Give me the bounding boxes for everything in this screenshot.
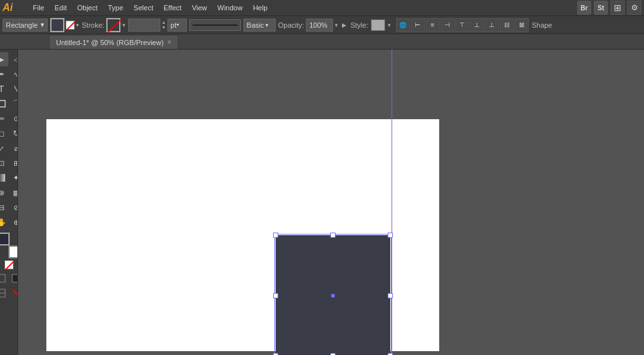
stroke-weight-stepper[interactable]: ▲ ▼ xyxy=(162,20,166,30)
navigation-tools: ✋ ⊕ xyxy=(0,215,18,229)
globe-icon[interactable]: 🌐 xyxy=(396,18,410,32)
cut-icon[interactable] xyxy=(9,286,18,300)
align-right-icon[interactable]: ⊣ xyxy=(440,18,455,32)
shape-builder-tool[interactable]: ⊞ xyxy=(9,156,18,170)
stroke-weight: ▲ ▼ pt ▾ xyxy=(128,19,187,32)
screen-modes xyxy=(0,271,18,285)
tab-close-btn[interactable]: × xyxy=(167,39,171,46)
stroke-chevron[interactable]: ▾ xyxy=(122,22,126,28)
menu-object[interactable]: Object xyxy=(73,3,102,13)
rectangle-tool[interactable] xyxy=(0,97,8,111)
opacity-input[interactable]: 100% xyxy=(306,19,333,32)
pencil-tools: ✏ ⊙ xyxy=(0,111,18,126)
menu-window[interactable]: Window xyxy=(213,3,247,13)
align-center-icon[interactable]: ≡ xyxy=(426,18,440,32)
align-left-icon[interactable]: ⊢ xyxy=(411,18,425,32)
paintbrush-tool[interactable]: ⌒ xyxy=(9,97,18,111)
canvas-area xyxy=(18,50,644,355)
type-tool[interactable]: T xyxy=(0,82,8,96)
menu-help[interactable]: Help xyxy=(249,3,272,13)
transform-tools: ⤢ ⌀ xyxy=(0,141,18,155)
direct-select-tool[interactable]: ◁ xyxy=(9,52,18,66)
artboard-tool[interactable]: ⊟ xyxy=(0,200,8,215)
rotate-tool[interactable]: ↻ xyxy=(9,126,18,140)
distribute2-icon[interactable]: ⊠ xyxy=(515,18,529,32)
left-toolbar: ▶ ◁ ✒ ∿ T / ⌒ ✏ ⊙ ◻ ↻ xyxy=(0,50,18,355)
menu-type[interactable]: Type xyxy=(104,3,128,13)
app-logo: Ai xyxy=(3,2,22,14)
align-middle-icon[interactable]: ⊥ xyxy=(470,18,484,32)
pen-tool[interactable]: ✒ xyxy=(0,67,8,81)
line-tool[interactable]: / xyxy=(9,82,18,96)
tab-title: Untitled-1* @ 50% (RGB/Preview) xyxy=(56,39,164,46)
full-screen-mode[interactable] xyxy=(9,271,18,285)
menu-select[interactable]: Select xyxy=(129,3,158,13)
align-top-icon[interactable]: ⊤ xyxy=(455,18,469,32)
selection-tools: ▶ ◁ xyxy=(0,52,18,66)
chart-tool[interactable]: ▦ xyxy=(9,186,18,200)
handle-mr[interactable] xyxy=(388,293,393,298)
slice-tool[interactable]: ⊘ xyxy=(9,200,18,215)
stock-icon[interactable]: St xyxy=(594,1,608,15)
stroke-unit[interactable]: pt ▾ xyxy=(167,19,187,32)
brush-definition[interactable]: Basic ▾ xyxy=(243,19,276,32)
foreground-color-swatch[interactable] xyxy=(0,233,10,245)
workspace-icon[interactable]: ⊞ xyxy=(611,1,625,15)
handle-tm[interactable] xyxy=(330,233,336,238)
menu-effect[interactable]: Effect xyxy=(159,3,186,13)
document-tab[interactable]: Untitled-1* @ 50% (RGB/Preview) × xyxy=(49,35,178,49)
half-tone-icon[interactable] xyxy=(0,286,8,300)
shape-label-right: Shape xyxy=(532,21,553,29)
background-color-swatch[interactable] xyxy=(8,245,19,258)
stroke-label: Stroke: xyxy=(82,21,104,29)
handle-tr[interactable] xyxy=(388,233,393,238)
free-transform-tools: ⊡ ⊞ xyxy=(0,156,18,170)
screen-modes2 xyxy=(0,286,18,300)
stroke-swatch[interactable] xyxy=(106,18,120,32)
swatch-controls xyxy=(5,260,14,269)
search-icon[interactable]: ⚙ xyxy=(627,1,641,15)
handle-tl[interactable] xyxy=(273,233,278,238)
pen-tools: ✒ ∿ xyxy=(0,67,18,81)
hand-tool[interactable]: ✋ xyxy=(0,215,8,229)
free-transform-tool[interactable]: ⊡ xyxy=(0,156,8,170)
shape-selector[interactable]: Rectangle ▾ xyxy=(3,19,48,32)
style-label: Style: xyxy=(350,21,368,29)
menu-items: File Edit Object Type Select Effect View… xyxy=(28,3,272,13)
fill-chevron[interactable]: ▾ xyxy=(76,22,79,28)
style-color-swatch[interactable] xyxy=(371,19,385,31)
distribute-icon[interactable]: ⊟ xyxy=(500,18,514,32)
svg-rect-3 xyxy=(12,274,18,282)
blob-brush-tool[interactable]: ⊙ xyxy=(9,111,18,126)
fill-swatch[interactable] xyxy=(50,18,64,32)
handle-ml[interactable] xyxy=(273,293,278,298)
select-tool[interactable]: ▶ xyxy=(0,52,8,66)
main-area: ▶ ◁ ✒ ∿ T / ⌒ ✏ ⊙ ◻ ↻ xyxy=(0,50,644,355)
color-swatch-area xyxy=(0,233,18,258)
menu-edit[interactable]: Edit xyxy=(50,3,71,13)
center-point xyxy=(331,294,335,298)
blend-tool[interactable]: ⊗ xyxy=(0,186,8,200)
gradient-tool[interactable] xyxy=(0,171,8,185)
stroke-line-style[interactable] xyxy=(189,19,241,31)
menu-file[interactable]: File xyxy=(28,3,49,13)
curvature-tool[interactable]: ∿ xyxy=(9,67,18,81)
selected-object[interactable] xyxy=(276,235,390,355)
eraser-tool[interactable]: ◻ xyxy=(0,126,8,140)
align-bottom-icon[interactable]: ⊥ xyxy=(485,18,499,32)
menu-view[interactable]: View xyxy=(187,3,212,13)
guide-line xyxy=(392,50,392,355)
scale-tool[interactable]: ⤢ xyxy=(0,141,8,155)
fill-none-btn[interactable] xyxy=(66,21,75,30)
pencil-tool[interactable]: ✏ xyxy=(0,111,8,126)
warp-tool[interactable]: ⌀ xyxy=(9,141,18,155)
none-swatch[interactable] xyxy=(5,260,14,269)
stroke-weight-input[interactable] xyxy=(128,19,160,32)
normal-screen-mode[interactable] xyxy=(0,271,8,285)
eyedropper-tool[interactable]: ✦ xyxy=(9,171,18,185)
control-bar: Rectangle ▾ ▾ Stroke: ▾ ▲ ▼ pt ▾ Basic xyxy=(0,16,644,34)
bridge-icon[interactable]: Br xyxy=(577,1,591,15)
align-controls: 🌐 ⊢ ≡ ⊣ ⊤ ⊥ ⊥ ⊟ ⊠ Shape xyxy=(396,18,553,32)
zoom-tool[interactable]: ⊕ xyxy=(9,215,18,229)
opacity-control: Opacity: 100% ▾ xyxy=(278,19,338,32)
